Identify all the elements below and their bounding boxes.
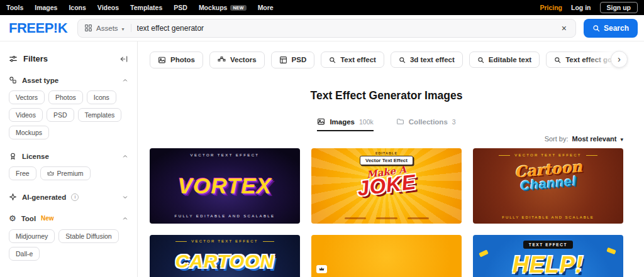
filter-section-asset-type: Asset type Vectors Photos Icons Videos P… (9, 76, 128, 139)
clear-search-icon[interactable] (559, 23, 569, 33)
content: Filters Asset type Vectors Ph (0, 41, 644, 277)
search-icon (399, 57, 406, 63)
nav-images[interactable]: Images (35, 4, 57, 11)
nav-psd[interactable]: PSD (174, 4, 187, 11)
result-card-help[interactable]: TEXT EFFECT HELP! (473, 235, 623, 277)
asset-type-label: Asset type (22, 77, 58, 84)
filter-chip-vectors[interactable]: Vectors (209, 52, 265, 68)
nav-pricing[interactable]: Pricing (540, 4, 562, 11)
search-bar: Assets (77, 19, 576, 38)
card-top-label: VECTOR TEXT EFFECT (175, 239, 274, 243)
asset-type-chips: Vectors Photos Icons Videos PSD Template… (9, 90, 128, 139)
card-bottom-label: FULLY EDITABLE AND SCALABLE (473, 215, 623, 219)
asset-type-header[interactable]: Asset type (9, 76, 128, 84)
result-card-vortex[interactable]: VECTOR TEXT EFFECT VORTEX FULLY EDITABLE… (150, 148, 300, 224)
filter-chip-psd[interactable]: PSD (271, 52, 315, 68)
nav-mockups[interactable]: Mockups NEW (199, 4, 247, 11)
new-badge: NEW (230, 5, 246, 11)
asset-type-icon (9, 76, 17, 84)
chip-icons[interactable]: Icons (87, 90, 116, 104)
tool-label: Tool (21, 215, 36, 222)
card-top-label: VECTOR TEXT EFFECT (499, 153, 597, 157)
nav-icons[interactable]: Icons (69, 4, 86, 11)
chip-premium[interactable]: Premium (40, 166, 91, 180)
chip-free[interactable]: Free (9, 166, 36, 180)
top-navbar: Tools Images Icons Videos Templates PSD … (0, 0, 644, 15)
chevron-down-icon (620, 135, 623, 143)
ai-generated-header[interactable]: AI-generated (9, 193, 128, 201)
assets-grid-icon (84, 24, 92, 32)
info-icon[interactable] (71, 193, 79, 201)
search-icon (592, 24, 600, 32)
nav-more[interactable]: More (258, 4, 274, 11)
filter-section-license: License Free Premium (9, 152, 128, 180)
filter-chip-edit[interactable]: Edit (633, 52, 635, 68)
filter-chip-text-effect[interactable]: Text effect (321, 52, 384, 68)
nav-tools[interactable]: Tools (6, 4, 23, 11)
result-card-cartoon[interactable]: VECTOR TEXT EFFECT CARTOON (150, 235, 300, 277)
crown-icon (47, 170, 54, 177)
filter-chip-editable-text[interactable]: Editable text (469, 52, 540, 68)
result-card-orange[interactable] (311, 235, 462, 277)
card-top-label: TEXT EFFECT (523, 241, 573, 249)
nav-login[interactable]: Log in (571, 4, 591, 11)
ai-generated-label: AI-generated (22, 193, 66, 201)
filter-chip-label: 3d text effect (410, 56, 455, 63)
chip-stable-diffusion[interactable]: Stable Diffusion (58, 229, 118, 243)
card-top-label: VECTOR TEXT EFFECT (191, 153, 260, 157)
card-badge-top: EDITABLE (375, 151, 397, 155)
chip-midjourney[interactable]: Midjourney (9, 229, 55, 243)
chip-vectors[interactable]: Vectors (9, 90, 45, 104)
nav-videos[interactable]: Videos (97, 4, 119, 11)
chip-psd[interactable]: PSD (47, 108, 74, 122)
assets-dropdown[interactable]: Assets (84, 24, 131, 32)
images-tab-icon (317, 117, 325, 126)
filter-chip-3d-text-effect[interactable]: 3d text effect (391, 52, 463, 68)
page-title: Text Effect Generator Images (150, 89, 623, 102)
sort-label: Sort by: (545, 135, 569, 143)
sort-dropdown[interactable]: Sort by: Most relevant (545, 135, 623, 143)
card-title: VORTEX (178, 173, 272, 198)
chip-dall-e[interactable]: Dall-e (9, 247, 40, 261)
collapse-sidebar-icon[interactable] (119, 55, 128, 63)
search-button[interactable]: Search (584, 19, 638, 38)
search-input[interactable] (137, 24, 553, 33)
license-header[interactable]: License (9, 152, 128, 160)
license-chips: Free Premium (9, 166, 128, 180)
filter-section-tool: Tool New Midjourney Stable Diffusion Dal… (9, 214, 128, 261)
related-chips: Photos Vectors PSD Text effect (150, 51, 635, 68)
thumbnail-badge-icon (316, 265, 327, 273)
filter-chip-photos[interactable]: Photos (150, 52, 203, 68)
ai-sparkle-icon (9, 193, 17, 201)
signup-button[interactable]: Sign up (600, 2, 638, 13)
result-card-cartoon-channel[interactable]: VECTOR TEXT EFFECT Cartoon Channel FULLY… (473, 148, 623, 224)
topnav-right: Pricing Log in Sign up (540, 2, 638, 13)
result-card-joke[interactable]: EDITABLE Vector Text Effect Make A JOKE (311, 148, 462, 224)
decoration (606, 247, 616, 254)
card-title: JOKE (356, 170, 418, 200)
result-tabs: Images 100k Collections 3 (150, 117, 623, 131)
filter-chip-label: Text effect (340, 56, 376, 63)
filters-title: Filters (23, 54, 48, 63)
filters-header: Filters (9, 54, 128, 63)
search-button-label: Search (604, 24, 629, 33)
filter-chip-label: Editable text (489, 56, 531, 63)
filters-icon (9, 55, 18, 63)
related-searches-row: Photos Vectors PSD Text effect (150, 51, 635, 68)
tab-images[interactable]: Images 100k (317, 117, 373, 131)
filter-chip-label: Vectors (230, 56, 257, 63)
tab-collections[interactable]: Collections 3 (396, 117, 456, 131)
decoration (479, 249, 489, 257)
main-content: Photos Vectors PSD Text effect (138, 41, 644, 277)
freepik-logo[interactable]: FREEP!K (6, 20, 70, 36)
tool-header[interactable]: Tool New (9, 214, 128, 223)
psd-file-icon (279, 56, 287, 64)
chip-photos[interactable]: Photos (48, 90, 83, 104)
chip-mockups[interactable]: Mockups (9, 126, 49, 139)
filters-sidebar: Filters Asset type Vectors Ph (0, 41, 138, 277)
chip-videos[interactable]: Videos (9, 108, 43, 122)
search-icon (329, 57, 336, 63)
nav-templates[interactable]: Templates (130, 4, 162, 11)
chip-templates[interactable]: Templates (78, 108, 122, 122)
scroll-chips-right-button[interactable] (611, 51, 628, 68)
